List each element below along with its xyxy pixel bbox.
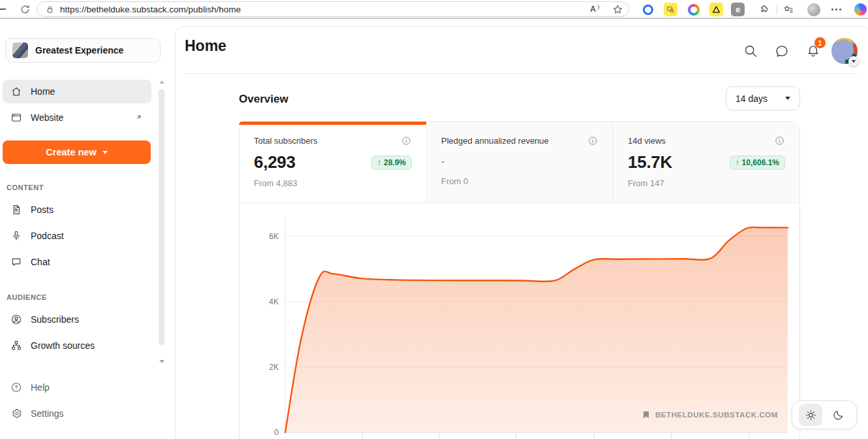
publication-selector[interactable]: Greatest Experience <box>5 38 161 63</box>
sidebar-item-label: Posts <box>31 204 54 215</box>
dark-mode-button[interactable] <box>826 404 850 426</box>
image-search-extension-icon[interactable] <box>664 3 677 16</box>
extensions-puzzle-icon[interactable] <box>757 3 771 16</box>
document-icon <box>10 204 22 216</box>
address-bar[interactable]: https://bethelduke.substack.com/publish/… <box>37 1 629 17</box>
sidebar-item-label: Website <box>31 112 63 123</box>
trend-up-icon: ↑ <box>377 158 381 167</box>
info-icon[interactable] <box>774 135 785 146</box>
sidebar-item-home[interactable]: Home <box>3 80 151 103</box>
sidebar-item-growth-sources[interactable]: Growth sources <box>3 334 151 357</box>
info-icon[interactable] <box>401 135 412 146</box>
stat-label: Total subscribers <box>254 136 318 146</box>
lock-icon <box>45 5 55 14</box>
svg-text:2K: 2K <box>269 363 279 372</box>
sidebar: Greatest Experience Home Website Create … <box>0 20 171 439</box>
svg-text:4K: 4K <box>269 297 279 306</box>
header-divider <box>185 73 858 74</box>
browser-toolbar: https://bethelduke.substack.com/publish/… <box>0 0 868 19</box>
area-chart-svg: 02K4K6K <box>240 203 799 439</box>
stat-value: 15.7K <box>628 152 672 172</box>
sun-icon <box>805 409 817 421</box>
gear-icon <box>10 408 22 419</box>
stat-value: - <box>441 155 444 167</box>
sidebar-item-website[interactable]: Website <box>3 106 151 129</box>
create-new-button[interactable]: Create new <box>3 140 151 164</box>
info-icon[interactable] <box>587 135 598 146</box>
overview-stats-container: Total subscribers 6,293 ↑28.9% From 4,88… <box>239 122 800 439</box>
sidebar-item-help[interactable]: Help <box>3 376 151 399</box>
publication-name: Greatest Experience <box>35 45 123 56</box>
external-link-icon <box>134 112 144 122</box>
warning-triangle-extension-icon[interactable] <box>709 3 723 16</box>
moon-icon <box>832 409 845 421</box>
chart-watermark: BETHELDUKE.SUBSTACK.COM <box>642 410 778 419</box>
stat-label: 14d views <box>628 136 666 146</box>
sidebar-scrollbar[interactable] <box>158 79 165 365</box>
overview-title: Overview <box>239 93 288 106</box>
sidebar-item-label: Growth sources <box>31 340 95 351</box>
collections-icon[interactable] <box>781 3 795 16</box>
sidebar-item-settings[interactable]: Settings <box>3 402 151 425</box>
bookmark-icon <box>642 410 651 419</box>
browser-profile-avatar[interactable] <box>807 3 820 16</box>
stat-from: From 4,883 <box>254 178 412 188</box>
read-aloud-icon[interactable]: A <box>590 5 599 14</box>
date-range-value: 14 days <box>736 93 767 104</box>
date-range-selector[interactable]: 14 days <box>726 86 800 110</box>
watermark-text: BETHELDUKE.SUBSTACK.COM <box>655 411 778 419</box>
substack-dashboard: Greatest Experience Home Website Create … <box>0 20 868 439</box>
person-circle-icon <box>10 314 22 325</box>
e-letter-extension-icon[interactable]: e <box>731 3 745 16</box>
favorite-star-icon[interactable] <box>612 4 623 15</box>
comments-icon[interactable] <box>775 44 789 58</box>
sidebar-item-chat[interactable]: Chat <box>3 250 151 274</box>
svg-text:0: 0 <box>274 428 279 437</box>
toolbar-divider <box>777 5 777 14</box>
light-mode-button[interactable] <box>799 404 822 426</box>
refresh-icon[interactable] <box>18 3 31 16</box>
copilot-icon[interactable] <box>854 3 867 16</box>
publication-logo <box>12 42 28 58</box>
section-label-content: CONTENT <box>7 184 151 191</box>
trend-badge: ↑28.9% <box>371 155 412 170</box>
url-text[interactable]: https://bethelduke.substack.com/publish/… <box>60 5 590 14</box>
notification-badge: 1 <box>814 37 826 48</box>
stat-card-pledged-revenue[interactable]: Pledged annualized revenue - From 0 <box>426 122 613 203</box>
trend-value: 10,606.1% <box>742 158 779 167</box>
create-new-label: Create new <box>46 147 96 157</box>
avatar-chevron-icon[interactable] <box>848 56 859 67</box>
stat-card-total-subscribers[interactable]: Total subscribers 6,293 ↑28.9% From 4,88… <box>240 122 426 203</box>
sidebar-item-label: Chat <box>31 257 50 267</box>
section-label-audience: AUDIENCE <box>7 293 151 301</box>
sidebar-item-label: Subscribers <box>31 314 79 325</box>
trend-up-icon: ↑ <box>736 158 739 167</box>
blue-ring-extension-icon[interactable] <box>641 3 655 16</box>
browser-window-icon <box>10 112 22 123</box>
more-options-icon[interactable] <box>829 3 843 16</box>
sidebar-item-subscribers[interactable]: Subscribers <box>3 308 151 331</box>
stat-label: Pledged annualized revenue <box>441 136 549 146</box>
sidebar-item-label: Settings <box>31 408 64 419</box>
stat-from: From 0 <box>441 176 598 186</box>
stat-card-14d-views[interactable]: 14d views 15.7K ↑10,606.1% From 147 <box>613 122 799 203</box>
sidebar-item-posts[interactable]: Posts <box>3 198 151 221</box>
subscriber-growth-chart: 02K4K6K BETHELDUKE.SUBSTACK.COM <box>240 203 799 439</box>
scroll-down-arrow[interactable] <box>159 360 164 363</box>
scroll-up-arrow[interactable] <box>159 80 164 84</box>
caret-down-icon <box>102 151 108 154</box>
trend-badge: ↑10,606.1% <box>730 155 785 170</box>
page-title: Home <box>185 37 226 55</box>
sidebar-item-label: Podcast <box>31 231 64 241</box>
sidebar-item-label: Help <box>31 382 50 393</box>
search-icon[interactable] <box>743 44 758 58</box>
org-chart-icon <box>10 340 22 351</box>
help-icon <box>10 382 22 393</box>
trend-value: 28.9% <box>384 158 406 167</box>
sidebar-item-podcast[interactable]: Podcast <box>3 224 151 248</box>
caret-down-icon <box>785 97 790 100</box>
theme-toggle <box>792 400 857 429</box>
color-wheel-extension-icon[interactable] <box>687 3 700 16</box>
scrollbar-thumb[interactable] <box>159 89 164 345</box>
back-icon[interactable] <box>0 8 6 10</box>
